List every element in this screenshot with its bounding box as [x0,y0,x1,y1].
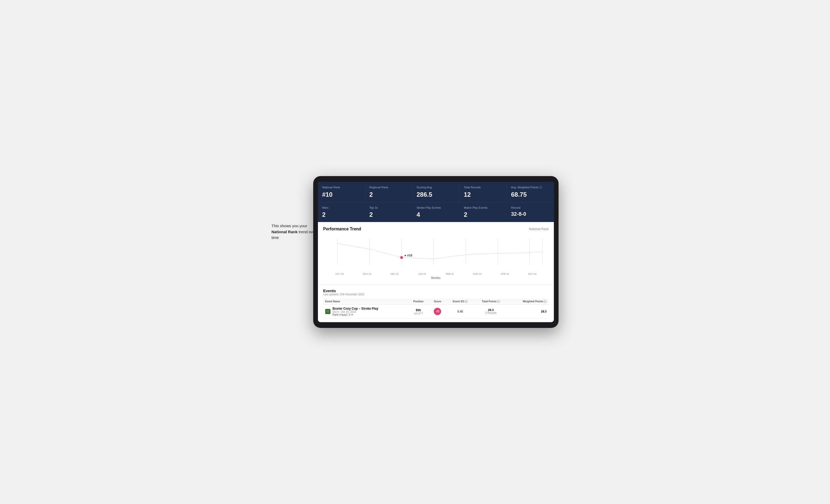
th-event-sg: Event SG i [446,298,475,305]
events-title: Events [323,289,549,293]
x-label-apr24: APR 24 [491,273,519,275]
event-date-text: Oct 9 - Oct 10, 2023 [332,310,378,313]
x-label-may24: MAY 24 [519,273,546,275]
performance-section: Performance Trend National Rank [318,222,554,284]
performance-chart: ● #10 [323,235,549,272]
td-total-points: 28.3 3 Rounds [474,304,507,318]
td-weighted-points: 28.3 [507,304,549,318]
td-position: 6th out of 7 [408,304,429,318]
perf-header: Performance Trend National Rank [323,227,549,231]
chart-container: ● #10 [323,235,549,272]
chart-x-labels: OCT 23 NOV 23 DEC 23 JAN 24 FEB 24 MAR 2… [323,273,549,275]
score-badge: -22 [434,308,441,315]
rank-marker-label: ● #10 [404,254,412,257]
weighted-points-info-icon: i [544,300,547,303]
perf-title: Performance Trend [323,227,361,231]
rank-marker-dot [400,256,403,259]
x-label-jan24: JAN 24 [409,273,436,275]
x-label-mar24: MAR 24 [464,273,491,275]
stat-record: Record 32-8-0 [507,202,554,222]
tablet-screen: National Rank #10 Regional Rank 2 Scorin… [318,182,554,322]
total-points-info-icon: i [497,300,500,303]
stat-scoring-avg: Scoring Avg. 286.5 [412,182,459,202]
events-table: Event Name Position Score Event SG i [323,298,549,318]
position-sub-value: out of 7 [410,312,427,315]
event-icon: 🌿 [325,309,330,314]
td-score: -22 [429,304,446,318]
th-total-points: Total Points i [474,298,507,305]
x-label-oct23: OCT 23 [326,273,353,275]
stat-national-rank: National Rank #10 [318,182,365,202]
stat-match-play-events: Match Play Events 2 [459,202,507,222]
stat-regional-rank: Regional Rank 2 [365,182,412,202]
stats-row-2: Wins 2 Top 3s 2 Stroke Play Events 4 Mat… [318,202,554,222]
events-table-header-row: Event Name Position Score Event SG i [323,298,549,305]
th-score: Score [429,298,446,305]
stat-top3s: Top 3s 2 [365,202,412,222]
scene: This shows you your National Rank trend … [272,176,558,328]
stat-total-rounds: Total Rounds 12 [459,182,507,202]
th-weighted-points: Weighted Points i [507,298,549,305]
events-section: Events Last updated: 24th November 2023 … [318,284,554,322]
x-label-feb24: FEB 24 [436,273,464,275]
stat-stroke-play-events: Stroke Play Events 4 [412,202,459,222]
position-value: 6th [410,308,427,312]
stats-row-1: National Rank #10 Regional Rank 2 Scorin… [318,182,554,202]
table-row: 🌿 Buster Cozy Cup – Stroke Play Oct 9 - … [323,304,549,318]
stat-wins: Wins 2 [318,202,365,222]
stat-avg-weighted-points: Avg. Weighted Points ⓘ 68.75 [507,182,554,202]
x-label-dec23: DEC 23 [381,273,409,275]
th-position: Position [408,298,429,305]
th-event-name: Event Name [323,298,408,305]
perf-subtitle: National Rank [529,227,549,231]
td-event-name: 🌿 Buster Cozy Cup – Stroke Play Oct 9 - … [323,304,408,318]
event-rank-impact: Rank Impact: 3 ▼ [332,313,378,316]
td-event-sg: 0.45 [446,304,475,318]
annotation-text-part1: This shows you your [272,224,307,228]
x-label-nov23: NOV 23 [353,273,381,275]
event-name-text: Buster Cozy Cup – Stroke Play [332,307,378,310]
event-sg-info-icon: i [465,300,468,303]
events-last-updated: Last updated: 24th November 2023 [323,293,549,296]
tablet-device: National Rank #10 Regional Rank 2 Scorin… [313,176,558,328]
annotation-bold: National Rank [272,230,297,234]
chart-x-axis-title: Months [323,276,549,279]
